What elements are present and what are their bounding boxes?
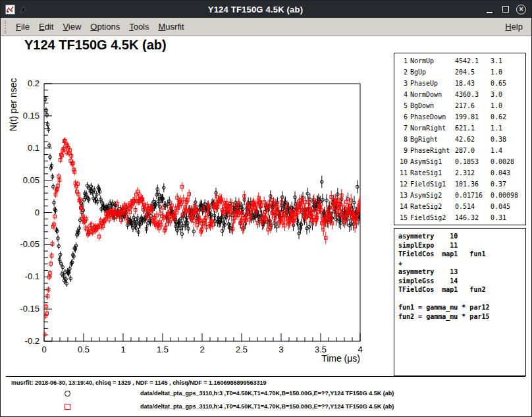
svg-text:2.5: 2.5 [236, 345, 248, 354]
fit-info: musrfit: 2018-06-30, 13:19:40, chisq = 1… [11, 379, 266, 386]
window-controls: ✕ [484, 4, 527, 15]
titlebar-icons [5, 5, 27, 14]
legend-marker-square-icon [65, 404, 70, 410]
parameter-row: 15FieldSig2146.320.31 [397, 212, 523, 223]
y-axis-title: N(t) per nsec [8, 78, 18, 132]
parameters-box[interactable]: 1NormUp4542.13.12BgUp204.51.03PhaseUp18.… [394, 53, 526, 225]
parameter-row: 7NormRight621.11.1 [397, 123, 523, 134]
theory-box[interactable]: asymmetry 10 simplExpo 11 TFieldCos map1… [394, 228, 526, 376]
menubar-handle-icon[interactable] [5, 20, 8, 34]
parameter-row: 13AsymSig20.017160.00098 [397, 190, 523, 201]
svg-text:0.5: 0.5 [78, 345, 90, 354]
svg-text:-0.15: -0.15 [20, 304, 40, 314]
musrview-window: Y124 TF150G 4.5K (ab) ✕ FileEditViewOpti… [0, 0, 532, 417]
root-canvas[interactable]: 00.511.522.533.54-0.2-0.15-0.1-0.0500.05… [1, 36, 531, 416]
svg-text:0.1: 0.1 [28, 143, 40, 153]
legend-label: data/deltat_pta_gps_3110,h:3 ,T0=4.50K,T… [140, 390, 394, 397]
parameter-row: 2BgUp204.51.0 [397, 67, 523, 78]
parameter-row: 4NormDown4360.33.0 [397, 89, 523, 100]
svg-text:-0.2: -0.2 [25, 336, 40, 346]
close-icon: ✕ [516, 5, 526, 14]
data-series-circle [43, 78, 361, 287]
menu-item-help[interactable]: Help [499, 18, 529, 35]
svg-text:3: 3 [279, 345, 283, 354]
theory-text: asymmetry 10 simplExpo 11 TFieldCos map1… [398, 232, 521, 321]
parameter-row: 6PhaseDown199.810.62 [397, 111, 523, 123]
menu-items: FileEditViewOptionsToolsMusrfit [11, 18, 189, 35]
parameter-row: 10AsymSig10.18530.0028 [397, 156, 523, 167]
window-title: Y124 TF150G 4.5K (ab) [27, 5, 484, 14]
app-icon [5, 5, 15, 14]
menu-item-edit[interactable]: Edit [34, 18, 58, 35]
parameter-row: 9PhaseRight287.01.4 [397, 145, 523, 156]
parameter-row: 1NormUp4542.13.1 [397, 55, 523, 67]
pin-icon[interactable] [18, 5, 27, 14]
svg-text:2: 2 [200, 345, 204, 354]
svg-text:0.05: 0.05 [23, 175, 40, 185]
parameter-row: 14RateSig20.5140.045 [397, 201, 523, 212]
close-button[interactable]: ✕ [516, 4, 527, 15]
svg-text:0.15: 0.15 [23, 111, 40, 121]
legend-label: data/deltat_pta_gps_3110,h:4 ,T0=4.50K,T… [140, 403, 394, 410]
parameter-row: 5BgDown217.61.0 [397, 100, 523, 111]
menu-item-view[interactable]: View [58, 18, 86, 35]
title-bar[interactable]: Y124 TF150G 4.5K (ab) ✕ [1, 1, 531, 18]
menu-item-file[interactable]: File [11, 18, 34, 35]
parameter-row: 8BgRight42.620.38 [397, 134, 523, 145]
legend-marker-circle-icon [65, 391, 70, 397]
x-axis-title: Time (μs) [321, 353, 360, 364]
svg-text:-0.05: -0.05 [20, 239, 40, 249]
minimize-button[interactable] [484, 4, 495, 15]
parameter-row: 12FieldSig1101.360.37 [397, 179, 523, 190]
legend-item: data/deltat_pta_gps_3110,h:3 ,T0=4.50K,T… [1, 389, 531, 399]
plot-title: Y124 TF150G 4.5K (ab) [24, 38, 167, 53]
maximize-button[interactable] [500, 4, 511, 15]
data-series-square [43, 138, 361, 338]
svg-text:0: 0 [41, 345, 46, 354]
svg-text:0: 0 [35, 208, 40, 217]
svg-text:1.5: 1.5 [157, 345, 169, 354]
maximize-icon [502, 6, 509, 13]
footer-divider [6, 376, 525, 377]
menu-item-tools[interactable]: Tools [124, 18, 153, 35]
menu-bar: FileEditViewOptionsToolsMusrfit Help [1, 18, 531, 36]
svg-text:1: 1 [120, 345, 125, 354]
parameter-row: 3PhaseUp18.430.65 [397, 78, 523, 89]
menu-item-options[interactable]: Options [86, 18, 124, 35]
svg-text:-0.1: -0.1 [25, 271, 40, 281]
parameter-row: 11RateSig12.3120.043 [397, 167, 523, 179]
menu-item-musrfit[interactable]: Musrfit [154, 18, 189, 35]
legend-item: data/deltat_pta_gps_3110,h:4 ,T0=4.50K,T… [1, 402, 531, 412]
svg-text:0.2: 0.2 [28, 78, 40, 88]
minimize-icon [487, 12, 492, 13]
